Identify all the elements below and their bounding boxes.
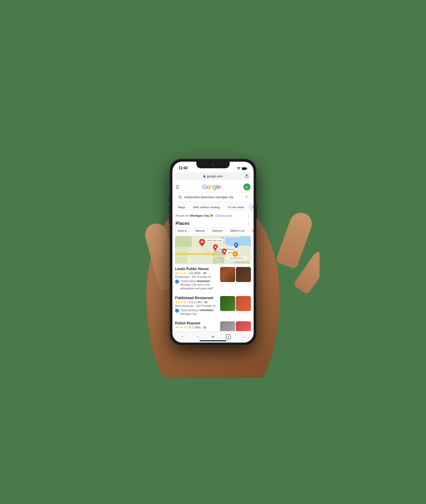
results-location-bold: Michigan City, IN <box>190 214 213 217</box>
svg-rect-1 <box>242 168 246 170</box>
svg-text:🍴: 🍴 <box>201 241 203 243</box>
review-text-fiddlehead: "Easy parking in downtown Michigan City.… <box>180 308 218 316</box>
choose-area-link[interactable]: Choose area <box>215 214 232 217</box>
review-avatar-fiddlehead <box>175 309 179 313</box>
rating-value-fiddlehead: 4.5 <box>189 301 193 304</box>
front-camera <box>212 164 214 166</box>
svg-rect-7 <box>175 236 192 247</box>
stars-leeds: ★★★★½ <box>175 271 188 275</box>
browser-menu-button[interactable]: ··· <box>240 333 248 341</box>
map-area[interactable]: 🍴 Leeds Public House Fiddlehead Restaura… <box>175 236 251 264</box>
restaurant-img-2-fiddlehead <box>236 296 251 311</box>
restaurant-info-leeds: Leeds Public House ★★★★½ 4.6 (559) · $$ … <box>175 267 218 290</box>
map-chip-within-5mi[interactable]: Within 5 mi <box>227 228 247 234</box>
restaurant-img-2-leeds <box>236 267 251 282</box>
search-icon <box>178 195 182 199</box>
restaurant-rating-leeds: ★★★★½ 4.6 (559) · $$ <box>175 271 218 275</box>
svg-point-23 <box>214 246 216 248</box>
restaurant-type-fiddlehead: New American · 422 Franklin St <box>175 304 218 308</box>
svg-text:Map data ©2023 Google: Map data ©2023 Google <box>234 261 250 263</box>
price-polish: · $$ <box>201 326 206 329</box>
results-menu-icon[interactable]: ⋮ <box>247 213 250 218</box>
browser-back-button[interactable]: ← <box>178 333 186 341</box>
hamburger-menu-icon[interactable]: ☰ <box>176 184 179 189</box>
wifi-icon <box>237 167 241 170</box>
review-count-leeds: (559) <box>194 271 201 275</box>
phone-screen: 11:02 <box>172 162 254 343</box>
restaurant-info-fiddlehead: Fiddlehead Restaurant ★★★★½ 4.5 (1.3K) ·… <box>175 296 218 316</box>
restaurant-rating-polish: ★★★★½ 4.7 (395) · $$ <box>175 326 218 329</box>
restaurant-rating-fiddlehead: ★★★★½ 4.5 (1.3K) · $$ <box>175 301 218 304</box>
restaurant-images-fiddlehead <box>220 296 251 316</box>
svg-rect-2 <box>203 176 205 177</box>
status-icons <box>237 167 247 170</box>
svg-text:Leeds Public House: Leeds Public House <box>207 239 222 241</box>
restaurant-review-fiddlehead: "Easy parking in downtown Michigan City.… <box>175 308 218 316</box>
url-text: google.com <box>207 175 223 178</box>
search-bar[interactable]: restaurants downtown michigan city × <box>175 192 251 202</box>
price-leeds: · $$ <box>201 271 206 275</box>
map-chip-takeout[interactable]: Takeout <box>192 228 208 234</box>
status-time: 11:02 <box>179 166 188 170</box>
url-bar[interactable]: google.com <box>175 172 251 180</box>
phone: 11:02 <box>170 159 256 345</box>
svg-point-26 <box>224 250 225 252</box>
restaurant-list: Leeds Public House ★★★★½ 4.6 (559) · $$ … <box>172 264 254 339</box>
results-info: Results for Michigan City, IN · Choose a… <box>172 212 254 220</box>
places-menu-icon[interactable]: ⋮ <box>247 221 250 226</box>
restaurant-img-1-leeds <box>220 267 235 282</box>
svg-text:Zorn Brew Works Co: Zorn Brew Works Co <box>229 257 244 259</box>
rating-value-polish: 4.7 <box>189 326 193 329</box>
review-count-fiddlehead: (1.3K) <box>194 301 202 304</box>
restaurant-item-fiddlehead[interactable]: Fiddlehead Restaurant ★★★★½ 4.5 (1.3K) ·… <box>175 293 251 319</box>
results-location-text: Results for Michigan City, IN · Choose a… <box>176 214 232 217</box>
stars-fiddlehead: ★★★★½ <box>175 301 188 304</box>
chip-maps[interactable]: Maps <box>175 204 188 210</box>
svg-line-5 <box>181 197 182 199</box>
google-header: ☰ Google L <box>172 182 254 192</box>
restaurant-item-leeds[interactable]: Leeds Public House ★★★★½ 4.6 (559) · $$ … <box>175 264 251 293</box>
places-title: Places <box>176 221 190 226</box>
notch <box>196 162 230 168</box>
restaurant-review-leeds: "Great eatery downtown Michigan City wit… <box>175 279 218 290</box>
browser-tabs-count: 1 <box>226 334 231 339</box>
restaurant-images-leeds <box>220 267 251 290</box>
user-avatar[interactable]: L <box>243 183 250 190</box>
battery-icon <box>242 167 247 170</box>
restaurant-name-polish: Polish Peasant <box>175 321 218 325</box>
browser-tabs-button[interactable]: 1 <box>224 333 232 341</box>
restaurant-img-1-fiddlehead <box>220 296 235 311</box>
map-chip-dine-in[interactable]: Dine-in <box>175 228 190 234</box>
google-logo: Google <box>202 183 221 190</box>
search-clear-icon[interactable]: × <box>245 195 248 199</box>
stars-polish: ★★★★½ <box>175 326 188 329</box>
browser-bar: ← → + 1 ··· <box>172 331 254 343</box>
scene: 11:02 <box>106 126 320 378</box>
restaurant-name-leeds: Leeds Public House <box>175 267 218 271</box>
share-icon[interactable] <box>245 174 248 179</box>
restaurant-type-leeds: Restaurant · 401 Franklin St <box>175 275 218 279</box>
chip-new[interactable]: New <box>249 204 254 210</box>
restaurant-name-fiddlehead: Fiddlehead Restaurant <box>175 296 218 300</box>
map-chip-delivery[interactable]: Delivery <box>209 228 226 234</box>
places-header: Places ⋮ <box>172 220 254 228</box>
home-indicator <box>200 340 226 341</box>
map-filter-chips: Dine-in Takeout Delivery Within 5 mi Op.… <box>172 228 254 234</box>
svg-point-29 <box>234 253 236 255</box>
search-query: restaurants downtown michigan city <box>184 195 243 199</box>
lock-icon <box>203 175 206 178</box>
rating-value-leeds: 4.6 <box>189 271 193 275</box>
price-fiddlehead: · $$ <box>203 301 207 304</box>
review-count-polish: (395) <box>194 326 201 329</box>
browser-add-tab-button[interactable]: + <box>209 333 217 341</box>
chip-outdoor-seating[interactable]: With outdoor seating <box>190 204 223 210</box>
map-chip-open[interactable]: Op... <box>249 228 254 234</box>
review-avatar-leeds <box>175 280 179 284</box>
chip-on-water[interactable]: On the water <box>225 204 247 210</box>
review-text-leeds: "Great eatery downtown Michigan City wit… <box>180 279 218 290</box>
svg-point-32 <box>235 244 237 246</box>
browser-forward-button[interactable]: → <box>194 333 202 341</box>
filter-chips: Maps With outdoor seating On the water N… <box>172 204 254 212</box>
